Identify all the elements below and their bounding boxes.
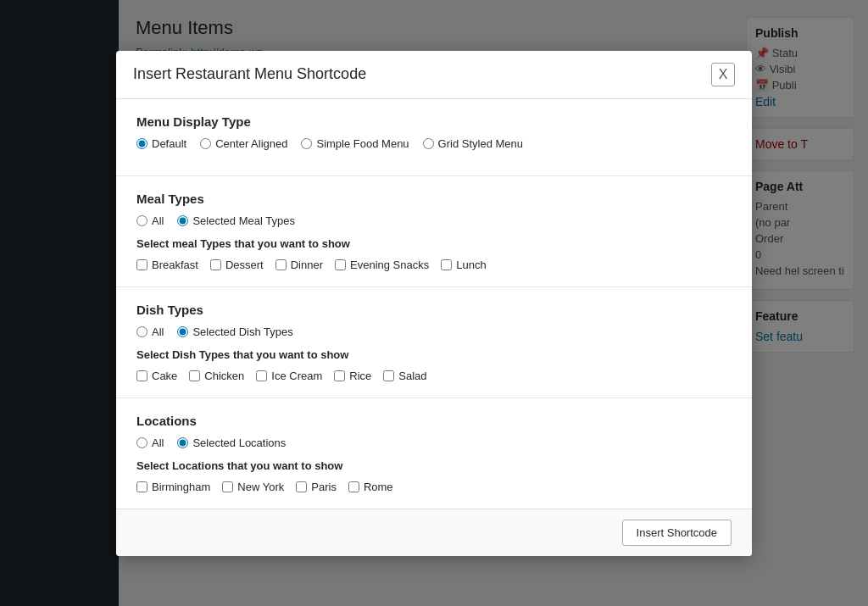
meal-types-subsection-title: Select meal Types that you want to show <box>136 237 732 250</box>
meal-breakfast-label: Breakfast <box>152 259 198 271</box>
locations-section: Locations All Selected Locations Select … <box>116 398 752 509</box>
meal-lunch-checkbox[interactable] <box>441 259 452 270</box>
meal-lunch-label: Lunch <box>456 259 486 271</box>
dish-cake-checkbox[interactable] <box>136 370 147 381</box>
display-type-center-aligned[interactable]: Center Aligned <box>200 137 287 150</box>
display-type-title: Menu Display Type <box>136 114 732 129</box>
dish-types-radio-group: All Selected Dish Types <box>136 325 732 338</box>
meal-types-selected[interactable]: Selected Meal Types <box>177 214 294 227</box>
meal-dinner-checkbox[interactable] <box>275 259 287 270</box>
meal-types-all-label: All <box>152 214 164 227</box>
dish-cake-label: Cake <box>152 370 177 382</box>
locations-checkbox-group: Birmingham New York Paris Rome <box>136 481 732 493</box>
dish-cake[interactable]: Cake <box>136 370 177 382</box>
location-paris[interactable]: Paris <box>296 481 337 493</box>
locations-subsection-title: Select Locations that you want to show <box>136 459 732 472</box>
meal-breakfast-checkbox[interactable] <box>136 259 147 270</box>
meal-evening-snacks-checkbox[interactable] <box>335 259 346 270</box>
display-type-center-radio[interactable] <box>200 138 211 149</box>
location-paris-checkbox[interactable] <box>296 481 307 492</box>
modal-close-button[interactable]: X <box>711 63 735 86</box>
display-type-grid-radio[interactable] <box>423 138 434 149</box>
display-type-radio-group: Default Center Aligned Simple Food Menu … <box>136 137 732 150</box>
display-type-grid-styled[interactable]: Grid Styled Menu <box>423 137 523 150</box>
display-type-default-radio[interactable] <box>136 138 147 149</box>
meal-types-all[interactable]: All <box>136 214 164 227</box>
meal-types-selected-radio[interactable] <box>177 215 188 226</box>
locations-selected-label: Selected Locations <box>192 436 286 449</box>
location-birmingham-label: Birmingham <box>152 481 210 493</box>
dish-ice-cream[interactable]: Ice Cream <box>256 370 322 382</box>
meal-types-checkbox-group: Breakfast Dessert Dinner Evening Snacks <box>136 259 732 271</box>
location-rome-label: Rome <box>364 481 393 493</box>
meal-dessert[interactable]: Dessert <box>210 259 264 271</box>
modal-body: Menu Display Type Default Center Aligned… <box>116 99 752 509</box>
dish-types-section: Dish Types All Selected Dish Types Selec… <box>116 287 752 398</box>
meal-dessert-checkbox[interactable] <box>210 259 221 270</box>
meal-evening-snacks[interactable]: Evening Snacks <box>335 259 429 271</box>
modal-footer: Insert Shortcode <box>116 509 752 556</box>
meal-types-radio-group: All Selected Meal Types <box>136 214 732 227</box>
dish-types-selected-label: Selected Dish Types <box>192 325 292 338</box>
display-type-default-label: Default <box>152 137 186 150</box>
location-birmingham-checkbox[interactable] <box>136 481 147 492</box>
display-type-grid-label: Grid Styled Menu <box>438 137 523 150</box>
dish-types-all[interactable]: All <box>136 325 164 338</box>
meal-types-all-radio[interactable] <box>136 215 147 226</box>
meal-dessert-label: Dessert <box>225 259 264 271</box>
modal-overlay: Insert Restaurant Menu Shortcode X Menu … <box>0 0 868 606</box>
display-type-simple-food[interactable]: Simple Food Menu <box>301 137 409 150</box>
dish-types-all-label: All <box>152 325 164 338</box>
location-rome[interactable]: Rome <box>348 481 393 493</box>
meal-types-title: Meal Types <box>136 192 732 206</box>
display-type-simple-label: Simple Food Menu <box>316 137 409 150</box>
dish-types-selected-radio[interactable] <box>177 326 188 337</box>
dish-chicken[interactable]: Chicken <box>189 370 244 382</box>
display-type-center-label: Center Aligned <box>215 137 287 150</box>
locations-title: Locations <box>136 414 732 428</box>
display-type-simple-radio[interactable] <box>301 138 312 149</box>
meal-evening-snacks-label: Evening Snacks <box>350 259 429 271</box>
shortcode-modal: Insert Restaurant Menu Shortcode X Menu … <box>116 51 752 556</box>
locations-all-label: All <box>152 436 164 449</box>
dish-chicken-checkbox[interactable] <box>189 370 200 381</box>
location-birmingham[interactable]: Birmingham <box>136 481 210 493</box>
modal-title: Insert Restaurant Menu Shortcode <box>133 65 366 83</box>
location-new-york-checkbox[interactable] <box>222 481 233 492</box>
locations-all[interactable]: All <box>136 436 164 449</box>
dish-chicken-label: Chicken <box>204 370 244 382</box>
location-paris-label: Paris <box>311 481 337 493</box>
dish-types-subsection-title: Select Dish Types that you want to show <box>136 348 732 361</box>
location-new-york-label: New York <box>237 481 284 493</box>
location-rome-checkbox[interactable] <box>348 481 359 492</box>
dish-types-selected[interactable]: Selected Dish Types <box>177 325 292 338</box>
dish-rice[interactable]: Rice <box>334 370 371 382</box>
dish-types-all-radio[interactable] <box>136 326 147 337</box>
display-type-section: Menu Display Type Default Center Aligned… <box>116 99 752 176</box>
dish-salad-label: Salad <box>398 370 426 382</box>
dish-types-title: Dish Types <box>136 303 732 317</box>
locations-selected[interactable]: Selected Locations <box>177 436 286 449</box>
dish-rice-label: Rice <box>349 370 371 382</box>
meal-dinner-label: Dinner <box>291 259 323 271</box>
dish-salad[interactable]: Salad <box>383 370 426 382</box>
display-type-default[interactable]: Default <box>136 137 186 150</box>
locations-all-radio[interactable] <box>136 437 147 448</box>
dish-types-checkbox-group: Cake Chicken Ice Cream Rice <box>136 370 732 382</box>
insert-shortcode-button[interactable]: Insert Shortcode <box>622 520 732 546</box>
dish-ice-cream-label: Ice Cream <box>271 370 322 382</box>
meal-dinner[interactable]: Dinner <box>275 259 323 271</box>
meal-types-section: Meal Types All Selected Meal Types Selec… <box>116 176 752 287</box>
meal-types-selected-label: Selected Meal Types <box>192 214 294 227</box>
locations-selected-radio[interactable] <box>177 437 188 448</box>
location-new-york[interactable]: New York <box>222 481 284 493</box>
dish-ice-cream-checkbox[interactable] <box>256 370 267 381</box>
locations-radio-group: All Selected Locations <box>136 436 732 449</box>
modal-header: Insert Restaurant Menu Shortcode X <box>116 51 752 99</box>
dish-salad-checkbox[interactable] <box>383 370 394 381</box>
meal-breakfast[interactable]: Breakfast <box>136 259 198 271</box>
meal-lunch[interactable]: Lunch <box>441 259 486 271</box>
dish-rice-checkbox[interactable] <box>334 370 345 381</box>
